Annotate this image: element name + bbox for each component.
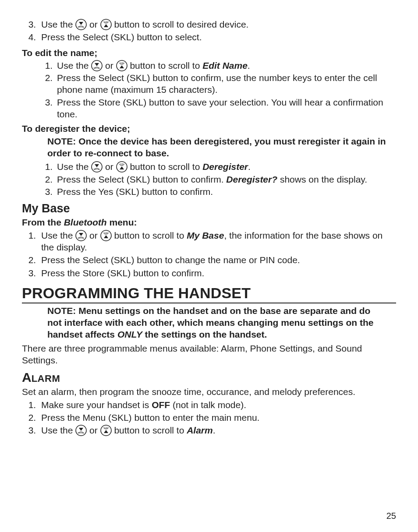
cid-up-icon <box>100 425 112 436</box>
my-base-heading: My Base <box>22 201 396 216</box>
deregister-note: NOTE: Once the device has been deregiste… <box>47 136 396 159</box>
redial-down-icon <box>75 19 87 30</box>
cid-up-icon <box>100 230 112 241</box>
dereg-step-1: Use the or button to scroll to Deregiste… <box>55 161 396 173</box>
edit-step-2: Press the Select (SKL) button to confirm… <box>55 72 396 96</box>
alarm-step-2: Press the Menu (SKL) button to enter the… <box>39 412 396 423</box>
from-bluetooth-label: From the Bluetooth menu: <box>22 216 396 228</box>
alarm-step-1: Make sure your handset is OFF (not in ta… <box>39 399 396 411</box>
redial-down-icon <box>75 230 87 241</box>
mybase-step-3: Press the Store (SKL) button to confirm. <box>39 267 396 279</box>
programming-handset-heading: PROGRAMMING THE HANDSET <box>22 283 396 303</box>
step-3: Use the or button to scroll to desired d… <box>39 18 396 30</box>
alarm-target: Alarm <box>187 425 213 435</box>
edit-name-target: Edit Name <box>202 60 248 70</box>
text: button to scroll to desired device. <box>112 19 249 29</box>
text: or <box>87 19 100 29</box>
dereg-step-3: Press the Yes (SKL) button to confirm. <box>55 186 396 197</box>
my-base-target: My Base <box>187 230 224 240</box>
cid-up-icon <box>116 60 128 71</box>
deregister-target: Deregister <box>202 162 248 172</box>
edit-name-heading: To edit the name; <box>22 47 396 59</box>
edit-step-3: Press the Store (SKL) button to save you… <box>55 96 396 120</box>
mybase-step-2: Press the Select (SKL) button to change … <box>39 254 396 266</box>
mybase-step-1: Use the or button to scroll to My Base, … <box>39 229 396 254</box>
deregister-heading: To deregister the device; <box>22 123 396 134</box>
alarm-paragraph: Set an alarm, then program the snooze ti… <box>22 386 396 398</box>
cid-up-icon <box>100 19 112 30</box>
dereg-step-2: Press the Select (SKL) button to confirm… <box>55 173 396 185</box>
cid-up-icon <box>116 161 128 173</box>
redial-down-icon <box>75 425 87 436</box>
redial-down-icon <box>91 161 103 173</box>
text: Use the <box>41 19 75 29</box>
programming-note: NOTE: Menu settings on the handset and o… <box>47 305 374 341</box>
programming-paragraph: There are three programmable menus avail… <box>22 342 396 366</box>
step-4: Press the Select (SKL) button to select. <box>39 31 396 43</box>
alarm-step-3: Use the or button to scroll to Alarm. <box>39 424 396 436</box>
redial-down-icon <box>91 60 103 71</box>
page-number: 25 <box>386 510 396 521</box>
alarm-heading: ALARM <box>22 369 396 386</box>
edit-step-1: Use the or button to scroll to Edit Name… <box>55 60 396 71</box>
